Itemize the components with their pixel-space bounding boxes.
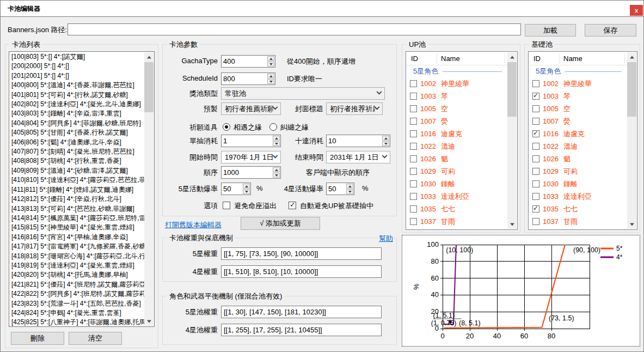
gacha-type-value[interactable] (222, 56, 267, 67)
pool-list-item[interactable]: [415|815] 5*:[神里綾華] 4*:[凝光,重雲,煙緋] (10, 223, 144, 232)
pool-list-item[interactable]: [403|803] 5*:[鍾離] 4*:[辛焱,雷澤,重雲] (10, 109, 144, 118)
scrollbar-thumb[interactable] (627, 62, 636, 117)
pool-item-checkbox[interactable] (532, 205, 539, 213)
ten-cost-input[interactable] (326, 135, 390, 147)
pool-item-checkbox[interactable] (410, 168, 417, 175)
pool-list-item[interactable]: [411|811] 5*:[鍾離] 4*:[煙緋,諾艾爾,迪奧娜] (10, 185, 144, 195)
spin-up-icon[interactable] (273, 167, 280, 172)
pool-list-item[interactable]: [422|822] 5*:[阿貝多] 4*:[班尼特,諾艾爾,蘿莎莉亞] (10, 289, 144, 299)
scroll-up-icon[interactable] (507, 52, 517, 62)
order-value[interactable] (222, 167, 272, 178)
rate5-spinner[interactable] (242, 183, 250, 195)
pool-list-item[interactable]: [424|824] 5*:[申鶴] 4*:[凝光,重雲,雲堇] (10, 308, 144, 318)
weight5-input[interactable] (221, 247, 382, 260)
save-button[interactable]: 保存 (585, 24, 636, 37)
pool-item-checkbox[interactable] (410, 93, 417, 100)
pool-list-item[interactable]: [418|818] 5*:[珊瑚宮心海] 4*:[蘿莎莉亞,北斗,行秋] (10, 252, 144, 261)
pool-weight4-input[interactable] (221, 324, 382, 336)
scrollbar-thumb[interactable] (507, 62, 517, 117)
schedule-id-spinner[interactable] (267, 73, 275, 84)
weight4-input[interactable] (221, 265, 382, 278)
pool-list-item[interactable]: [414|814] 5*:[楓原萬葉] 4*:[蘿莎莉亞,班尼特,雷澤] (10, 214, 144, 223)
spin-up-icon[interactable] (267, 56, 274, 61)
spin-down-icon[interactable] (267, 62, 274, 66)
close-button[interactable]: x (630, 5, 643, 16)
pool-item-checkbox[interactable] (410, 180, 417, 187)
pool-item-checkbox[interactable] (532, 180, 539, 187)
pool-list-item[interactable]: [423|823] 5*:[荒瀧一斗] 4*:[五郎,芭芭拉,香菱] (10, 299, 144, 308)
pool-list-item[interactable]: [417|817] 5*:[雷電將軍] 4*:[九條裟羅,香菱,砂糖] (10, 242, 144, 251)
pool-item-checkbox[interactable] (532, 218, 539, 225)
pool-list-item[interactable]: [405|805] 5*:[甘雨] 4*:[香菱,行秋,諾艾爾] (10, 128, 144, 137)
pool-item-checkbox[interactable] (532, 155, 539, 162)
wish-radio-2[interactable] (269, 123, 277, 131)
pool-list-item[interactable]: [100|803] 5*:[] 4*:[諾艾爾] (10, 52, 144, 62)
pool-item-checkbox[interactable] (532, 168, 539, 175)
rate4-value[interactable] (327, 183, 346, 195)
rate5-input[interactable] (221, 183, 251, 195)
scroll-up-icon[interactable] (144, 52, 154, 62)
pool-item-checkbox[interactable] (410, 143, 417, 150)
order-input[interactable] (221, 166, 281, 179)
gacha-type-input[interactable] (221, 55, 275, 68)
pool-list-item[interactable]: [407|807] 5*:[刻晴] 4*:[凝光,班尼特,芭芭拉] (10, 147, 144, 156)
spin-up-icon[interactable] (382, 136, 389, 141)
pool-item-checkbox[interactable] (532, 193, 539, 200)
schedule-id-value[interactable] (222, 73, 267, 84)
pool-list-item[interactable]: [419|819] 5*:[達達利亞] 4*:[凝光,重雲,煙緋] (10, 261, 144, 270)
ten-cost-value[interactable] (327, 135, 382, 147)
pool-list-item[interactable]: [425|825] 5*:[八重神子] 4*:[菲謝爾,迪奧娜,托馬] (10, 318, 144, 326)
scrollbar-thumb[interactable] (144, 62, 154, 112)
gacha-type-spinner[interactable] (267, 56, 275, 67)
pool-list-item[interactable]: [420|820] 5*:[胡桃] 4*:[托馬,迪奧娜,早柚] (10, 270, 144, 280)
pool-item-checkbox[interactable] (532, 93, 539, 100)
single-cost-value[interactable] (222, 135, 272, 147)
pool-type-select[interactable]: 常驻池 (221, 87, 385, 100)
pool-list-scrollbar[interactable] (144, 52, 154, 326)
spin-down-icon[interactable] (382, 141, 389, 146)
up-pool-scrollbar[interactable] (507, 52, 517, 229)
add-update-button[interactable]: √ 添加或更新 (241, 217, 320, 230)
spin-up-icon[interactable] (346, 184, 353, 189)
pool-item-checkbox[interactable] (532, 105, 539, 112)
pool-list-item[interactable]: [401|801] 5*:[可莉] 4*:[行秋,諾艾爾,砂糖] (10, 90, 144, 100)
load-button[interactable]: 加載 (525, 24, 576, 37)
rate4-spinner[interactable] (346, 183, 354, 195)
pool-list-item[interactable]: [409|809] 5*:[溫迪] 4*:[砂糖,雷澤,諾艾爾] (10, 166, 144, 175)
pool-list-item[interactable]: [412|812] 5*:[優菈] 4*:[辛焱,行秋,北斗] (10, 195, 144, 204)
pool-list-item[interactable]: [408|808] 5*:[胡桃] 4*:[行秋,重雲,香菱] (10, 156, 144, 166)
help-link[interactable]: 幫助 (378, 234, 394, 244)
base-pool-scrollbar[interactable] (627, 52, 636, 229)
pool-item-checkbox[interactable] (410, 105, 417, 112)
cover-title-select[interactable]: 初行者推荐祈愿 (326, 102, 383, 115)
clear-button[interactable]: 清空 (69, 332, 122, 345)
delete-button[interactable]: 刪除 (11, 332, 64, 345)
pool-list-item[interactable]: [413|813] 5*:[可莉] 4*:[芭芭拉,砂糖,菲謝爾] (10, 204, 144, 214)
rate5-value[interactable] (222, 183, 242, 195)
pool-item-checkbox[interactable] (532, 80, 539, 87)
pool-list-item[interactable]: [410|810] 5*:[達達利亞] 4*:[蘿莎莉亞,芭芭拉,菲謝爾] (10, 175, 144, 185)
auto-avoid-up-checkbox[interactable] (289, 202, 296, 209)
spin-down-icon[interactable] (243, 189, 250, 194)
scroll-down-icon[interactable] (627, 220, 636, 229)
base-pool-list[interactable]: ID Name 5星角色 1002神里綾華1003琴1005空1007熒1016… (528, 51, 637, 230)
wish-radio-1[interactable] (223, 123, 230, 131)
pool-weight5-input[interactable] (221, 306, 382, 318)
pool-item-checkbox[interactable] (410, 218, 417, 225)
path-input[interactable] (68, 23, 521, 35)
pool-item-checkbox[interactable] (410, 130, 417, 137)
scroll-down-icon[interactable] (144, 317, 154, 326)
spin-down-icon[interactable] (273, 173, 280, 178)
avoid-constellation-checkbox[interactable] (223, 202, 230, 209)
pool-item-checkbox[interactable] (410, 155, 417, 162)
up-pool-list[interactable]: ID Name 5星角色 1002神里綾華1003琴1005空1007熒1016… (406, 51, 518, 230)
schedule-id-input[interactable] (221, 72, 275, 85)
pool-item-checkbox[interactable] (410, 80, 417, 87)
pool-item-checkbox[interactable] (532, 130, 539, 137)
spin-down-icon[interactable] (346, 189, 353, 194)
pool-item-checkbox[interactable] (532, 143, 539, 150)
spin-up-icon[interactable] (243, 184, 250, 189)
pool-list-item[interactable]: [406|806] 5*:[魈] 4*:[迪奧娜,北斗,辛焱] (10, 138, 144, 147)
order-spinner[interactable] (272, 167, 280, 178)
scroll-up-icon[interactable] (627, 52, 636, 62)
